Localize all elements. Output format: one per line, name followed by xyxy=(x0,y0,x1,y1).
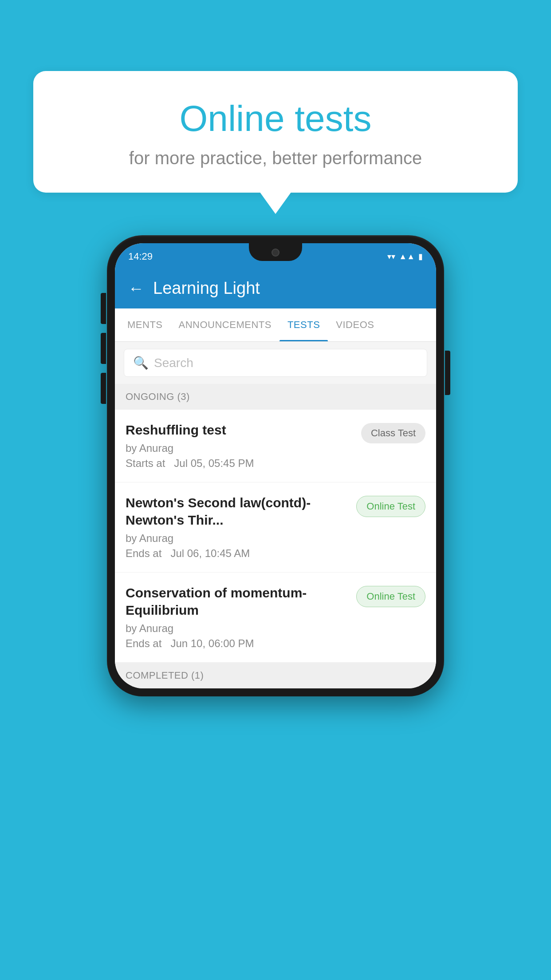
notch xyxy=(249,243,302,261)
search-container: 🔍 Search xyxy=(115,342,436,384)
status-time: 14:29 xyxy=(128,251,153,262)
test-info-newton: Newton's Second law(contd)-Newton's Thir… xyxy=(126,494,356,560)
test-info-conservation: Conservation of momentum-Equilibrium by … xyxy=(126,584,356,650)
search-icon: 🔍 xyxy=(133,356,149,370)
phone-outer: 14:29 ▾▾ ▲▲ ▮ ← Learning Light MENTS ANN… xyxy=(107,235,444,696)
badge-class-test: Class Test xyxy=(361,423,425,443)
test-name-conservation: Conservation of momentum-Equilibrium xyxy=(126,584,347,619)
section-completed-header: COMPLETED (1) xyxy=(115,663,436,688)
badge-online-test-newton: Online Test xyxy=(356,496,425,517)
test-info-reshuffling: Reshuffling test by Anurag Starts at Jul… xyxy=(126,421,361,470)
test-item-conservation[interactable]: Conservation of momentum-Equilibrium by … xyxy=(115,573,436,663)
test-name-reshuffling: Reshuffling test xyxy=(126,421,352,439)
test-author-reshuffling: by Anurag xyxy=(126,442,352,454)
test-item-reshuffling[interactable]: Reshuffling test by Anurag Starts at Jul… xyxy=(115,410,436,482)
tabs-container: MENTS ANNOUNCEMENTS TESTS VIDEOS xyxy=(115,308,436,342)
camera xyxy=(272,249,279,257)
app-header: ← Learning Light xyxy=(115,270,436,308)
back-button[interactable]: ← xyxy=(128,279,144,298)
wifi-icon: ▾▾ xyxy=(387,252,395,261)
tab-ments[interactable]: MENTS xyxy=(119,308,171,341)
search-placeholder: Search xyxy=(154,356,193,370)
battery-icon: ▮ xyxy=(418,252,423,261)
test-time-newton: Ends at Jul 06, 10:45 AM xyxy=(126,547,347,560)
signal-icon: ▲▲ xyxy=(399,252,415,261)
status-bar: 14:29 ▾▾ ▲▲ ▮ xyxy=(115,243,436,270)
bubble-title: Online tests xyxy=(55,98,496,139)
test-author-newton: by Anurag xyxy=(126,532,347,545)
tab-videos[interactable]: VIDEOS xyxy=(328,308,382,341)
tab-announcements[interactable]: ANNOUNCEMENTS xyxy=(171,308,279,341)
test-item-newton[interactable]: Newton's Second law(contd)-Newton's Thir… xyxy=(115,482,436,573)
search-bar[interactable]: 🔍 Search xyxy=(124,349,427,377)
app-title: Learning Light xyxy=(153,279,260,298)
test-time-reshuffling: Starts at Jul 05, 05:45 PM xyxy=(126,457,352,470)
speech-bubble: Online tests for more practice, better p… xyxy=(33,71,518,193)
status-icons: ▾▾ ▲▲ ▮ xyxy=(387,252,423,261)
tab-tests[interactable]: TESTS xyxy=(279,308,328,341)
test-author-conservation: by Anurag xyxy=(126,622,347,635)
test-time-conservation: Ends at Jun 10, 06:00 PM xyxy=(126,637,347,650)
section-ongoing-header: ONGOING (3) xyxy=(115,384,436,410)
bubble-subtitle: for more practice, better performance xyxy=(55,148,496,168)
test-name-newton: Newton's Second law(contd)-Newton's Thir… xyxy=(126,494,347,529)
phone-screen: 14:29 ▾▾ ▲▲ ▮ ← Learning Light MENTS ANN… xyxy=(115,243,436,688)
badge-online-test-conservation: Online Test xyxy=(356,586,425,607)
phone-container: 14:29 ▾▾ ▲▲ ▮ ← Learning Light MENTS ANN… xyxy=(107,235,444,696)
